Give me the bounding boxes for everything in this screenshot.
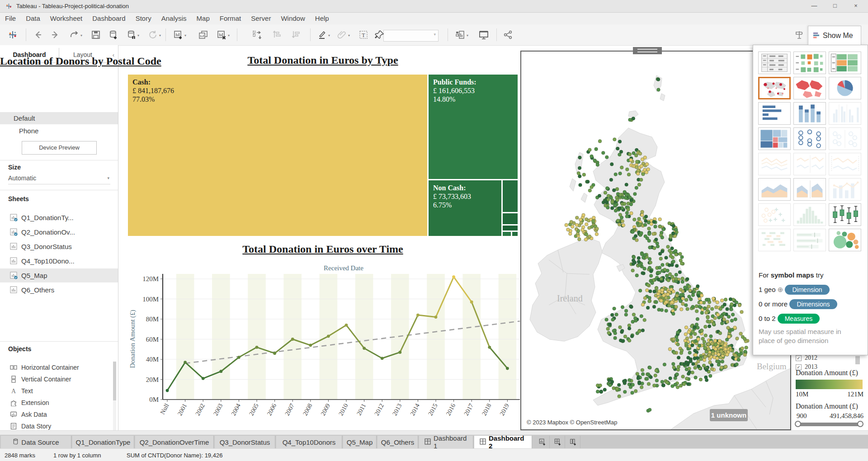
object-extension[interactable]: Extension [0, 397, 114, 409]
close-button[interactable]: × [845, 0, 866, 12]
menu-format[interactable]: Format [215, 13, 246, 24]
show-me-packed-bubbles[interactable] [829, 229, 861, 251]
sheet-item-q3-donorstatus[interactable]: Q3_DonorStatus [0, 240, 118, 254]
highlight-pen-caret[interactable]: ▾ [328, 33, 330, 38]
sheet-tab-q3_donorstatus[interactable]: Q3_DonorStatus [215, 436, 275, 448]
device-default[interactable]: Default [0, 112, 118, 124]
show-me-scatter[interactable] [758, 203, 791, 226]
menu-story[interactable]: Story [131, 13, 156, 24]
sheet-item-q1-donationty-[interactable]: Q1_DonationTy... [0, 211, 118, 225]
menu-dashboard[interactable]: Dashboard [87, 13, 130, 24]
show-me-pie[interactable] [829, 77, 861, 99]
sheet-item-q4-top10dono-[interactable]: Q4_Top10Dono... [0, 254, 118, 268]
sheet-tab-q6_others[interactable]: Q6_Others [377, 436, 418, 448]
show-me-side-bar[interactable] [829, 102, 861, 125]
sheet-tab-q2_donationovertime[interactable]: Q2_DonationOverTime [135, 436, 214, 448]
show-me-box-whisker[interactable] [829, 203, 861, 226]
signpost-icon[interactable] [794, 29, 805, 40]
tableau-logo-icon[interactable] [7, 29, 18, 40]
show-me-area[interactable] [758, 178, 791, 201]
filter-scrollbar[interactable] [855, 356, 860, 364]
show-me-heatmap[interactable] [793, 52, 826, 74]
paperclip-icon[interactable] [336, 29, 347, 40]
treemap-small-cell[interactable] [503, 232, 511, 236]
minimize-button[interactable]: — [804, 0, 825, 12]
object-vertical-container[interactable]: Vertical Container [0, 373, 114, 385]
text-label-icon[interactable]: T [358, 29, 369, 40]
object-ask-data[interactable]: Ask Data [0, 409, 114, 420]
sheet-tab-q1_donationtype[interactable]: Q1_DonationType [72, 436, 134, 448]
menu-map[interactable]: Map [192, 13, 215, 24]
treemap-cash-block[interactable]: Cash:£ 841,187,67677.03% [128, 75, 427, 236]
slider-handle-left[interactable] [795, 421, 801, 427]
show-me-filled-map[interactable] [793, 77, 826, 99]
show-me-dual-combo[interactable] [829, 178, 861, 201]
object-text[interactable]: AText [0, 385, 114, 397]
menu-file[interactable]: File [0, 13, 21, 24]
add-datasource-icon[interactable] [108, 29, 118, 40]
swap-axes-icon[interactable] [251, 29, 262, 40]
show-cards-icon[interactable] [455, 29, 466, 40]
show-me-line-discrete[interactable] [793, 153, 826, 175]
zone-drag-handle[interactable] [633, 47, 662, 54]
clear-sheet-icon[interactable] [216, 29, 227, 40]
show-cards-caret[interactable]: ▾ [467, 33, 468, 38]
treemap-small-cell[interactable] [512, 232, 518, 236]
sheet-item-q6-others[interactable]: Q6_Others [0, 283, 118, 297]
sheet-item-q5-map[interactable]: Q5_Map [0, 268, 118, 282]
treemap-public-funds-block[interactable]: Public Funds:£ 161,606,55314.80% [429, 75, 518, 179]
show-me-gantt[interactable] [758, 229, 791, 251]
color-legend-gradient[interactable] [796, 380, 863, 389]
presentation-mode-icon[interactable] [478, 29, 489, 40]
fit-dropdown[interactable] [383, 30, 439, 42]
new-dashboard-tab-icon[interactable] [551, 436, 565, 448]
unknown-indicator[interactable]: 1 unknown [710, 409, 748, 421]
clear-sheet-caret[interactable]: ▾ [228, 33, 230, 38]
paperclip-caret[interactable]: ▾ [348, 33, 350, 38]
treemap-small-cell[interactable] [503, 226, 518, 230]
sort-descending-icon[interactable] [290, 29, 301, 40]
timeline-chart[interactable]: Received DateDonation Amount (£)0M20M40M… [122, 262, 529, 429]
size-range-slider[interactable] [797, 423, 862, 426]
show-me-bullet[interactable] [793, 229, 826, 251]
show-me-histogram[interactable] [793, 203, 826, 226]
size-dropdown[interactable]: Automatic [8, 174, 110, 184]
device-phone[interactable]: Phone [0, 125, 118, 137]
sheet-tab-dashboard-1[interactable]: Dashboard 1 [419, 436, 473, 448]
duplicate-sheet-icon[interactable] [198, 29, 209, 40]
pause-datasource-icon[interactable] [126, 29, 137, 40]
pin-icon[interactable] [374, 29, 385, 40]
show-me-area-discrete[interactable] [793, 178, 826, 201]
show-me-circle-views[interactable] [793, 127, 826, 150]
show-me-stacked-bar[interactable] [793, 102, 826, 125]
sort-ascending-icon[interactable] [271, 29, 282, 40]
highlight-pen-icon[interactable] [316, 29, 327, 40]
redo-loop-caret[interactable]: ▾ [80, 33, 82, 38]
menu-data[interactable]: Data [21, 13, 45, 24]
sheet-tab-q4_top10donors[interactable]: Q4_Top10Donors [276, 436, 342, 448]
object-horizontal-container[interactable]: Horizontal Container [0, 362, 114, 373]
slider-handle-right[interactable] [857, 421, 863, 427]
sheet-tab-data-source[interactable]: Data Source [1, 436, 71, 448]
show-me-line-dual[interactable] [829, 153, 861, 175]
sheet-tab-q5_map[interactable]: Q5_Map [343, 436, 377, 448]
show-me-highlight-table[interactable] [829, 52, 861, 74]
show-me-side-circles[interactable] [829, 127, 861, 150]
refresh-caret[interactable]: ▾ [159, 33, 161, 38]
new-worksheet-tab-icon[interactable] [536, 436, 550, 448]
back-arrow-icon[interactable] [33, 29, 43, 40]
forward-arrow-icon[interactable] [50, 29, 61, 40]
treemap-small-cell[interactable] [503, 180, 518, 212]
menu-worksheet[interactable]: Worksheet [45, 13, 87, 24]
sheet-tab-dashboard-2[interactable]: Dashboard 2 [474, 436, 532, 448]
show-me-symbol-map[interactable] [758, 77, 791, 99]
pause-datasource-caret[interactable]: ▾ [137, 33, 139, 38]
show-me-hbar[interactable] [758, 102, 791, 125]
donor-map[interactable]: IrelandBelgium [522, 70, 790, 429]
menu-window[interactable]: Window [276, 13, 310, 24]
menu-server[interactable]: Server [246, 13, 276, 24]
share-icon[interactable] [503, 29, 514, 40]
refresh-icon[interactable] [147, 29, 158, 40]
show-me-button[interactable]: Show Me [808, 26, 861, 45]
new-worksheet-caret[interactable]: ▾ [184, 33, 186, 38]
